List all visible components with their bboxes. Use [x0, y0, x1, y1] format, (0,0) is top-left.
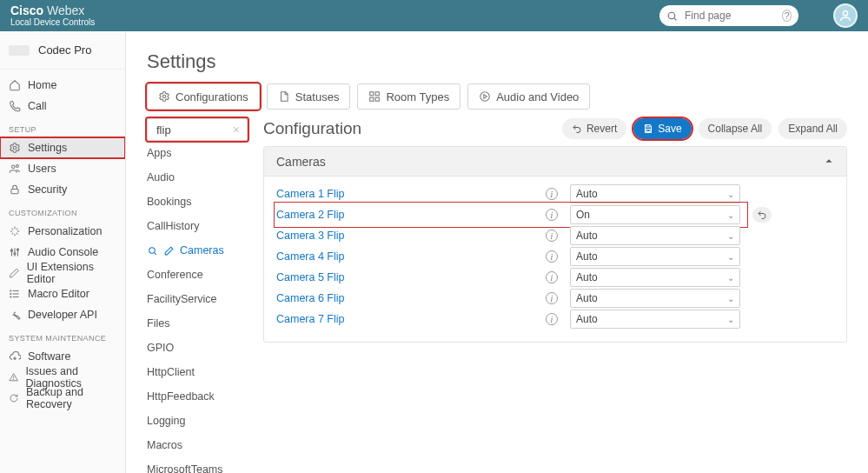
- grid-icon: [368, 90, 381, 103]
- pencil-icon: [9, 267, 20, 279]
- save-button[interactable]: Save: [633, 118, 691, 139]
- chevron-up-icon: [824, 155, 834, 169]
- svg-point-26: [480, 92, 490, 102]
- nav-users[interactable]: Users: [0, 158, 125, 179]
- facet-logging[interactable]: Logging: [147, 409, 248, 433]
- tab-audio-video[interactable]: Audio and Video: [467, 83, 590, 110]
- collapse-all-button[interactable]: Collapse All: [699, 118, 772, 139]
- svg-point-4: [12, 165, 16, 169]
- facet-facilityservice[interactable]: FacilityService: [147, 287, 248, 311]
- filter-search[interactable]: [147, 118, 248, 141]
- tab-configurations[interactable]: Configurations: [147, 83, 260, 110]
- info-icon[interactable]: i: [546, 188, 558, 200]
- top-bar: Cisco Webex Local Device Controls ?: [0, 0, 868, 31]
- config-select[interactable]: Auto⌄: [570, 289, 740, 308]
- config-select[interactable]: Auto⌄: [570, 247, 740, 266]
- config-link[interactable]: Camera 7 Flip: [276, 313, 537, 325]
- facet-bookings[interactable]: Bookings: [147, 190, 248, 214]
- svg-point-20: [13, 379, 14, 380]
- info-icon[interactable]: i: [546, 230, 558, 242]
- config-link[interactable]: Camera 5 Flip: [276, 271, 537, 283]
- config-link[interactable]: Camera 4 Flip: [276, 250, 537, 263]
- tab-room-types[interactable]: Room Types: [357, 83, 461, 110]
- sparkle-icon: [9, 225, 21, 237]
- facet-gpio[interactable]: GPIO: [147, 336, 248, 360]
- facet-callhistory[interactable]: CallHistory: [147, 214, 248, 238]
- facet-macros[interactable]: Macros: [147, 433, 248, 457]
- avatar[interactable]: [833, 3, 858, 28]
- facet-httpfeedback[interactable]: HttpFeedback: [147, 384, 248, 409]
- clear-icon[interactable]: [229, 123, 243, 137]
- global-search-input[interactable]: [683, 9, 779, 23]
- config-select[interactable]: Auto⌄: [570, 268, 740, 287]
- filter-input[interactable]: [155, 123, 228, 137]
- svg-point-2: [843, 11, 847, 16]
- global-search[interactable]: ?: [659, 5, 798, 26]
- content-title: Configuration: [263, 119, 361, 138]
- svg-line-1: [674, 17, 676, 19]
- config-select[interactable]: On⌄: [570, 205, 740, 224]
- facet-apps[interactable]: Apps: [147, 141, 248, 165]
- info-icon[interactable]: i: [546, 271, 558, 283]
- facet-list: AppsAudioBookingsCallHistoryCamerasConfe…: [147, 141, 248, 473]
- nav-call[interactable]: Call: [0, 96, 125, 117]
- device-swatch: [9, 45, 30, 56]
- undo-button[interactable]: [752, 207, 772, 223]
- config-select[interactable]: Auto⌄: [570, 226, 740, 245]
- undo-icon: [757, 210, 767, 220]
- panel-title: Cameras: [276, 155, 326, 169]
- svg-point-16: [10, 290, 11, 291]
- brand-webex: Webex: [47, 3, 84, 17]
- config-link[interactable]: Camera 6 Flip: [276, 292, 537, 304]
- refresh-icon: [9, 392, 19, 404]
- svg-rect-32: [646, 130, 650, 132]
- nav-personalization[interactable]: Personalization: [0, 221, 125, 242]
- info-icon[interactable]: i: [546, 313, 558, 325]
- facet-conference[interactable]: Conference: [147, 263, 248, 287]
- revert-button[interactable]: Revert: [562, 118, 626, 139]
- config-select[interactable]: Auto⌄: [570, 184, 740, 203]
- nav-settings[interactable]: Settings: [0, 137, 125, 158]
- panel-header[interactable]: Cameras: [264, 147, 846, 177]
- config-link[interactable]: Camera 3 Flip: [276, 230, 537, 242]
- expand-all-button[interactable]: Expand All: [779, 118, 847, 139]
- chevron-down-icon: ⌄: [727, 231, 734, 241]
- config-row: Camera 1 FlipiAuto⌄: [276, 183, 834, 204]
- nav-macro[interactable]: Macro Editor: [0, 283, 125, 304]
- nav-issues[interactable]: Issues and Diagnostics: [0, 367, 125, 388]
- facet-cameras[interactable]: Cameras: [147, 238, 248, 263]
- edit-icon: [163, 245, 175, 256]
- page-title: Settings: [147, 50, 847, 73]
- nav-api[interactable]: Developer API: [0, 304, 125, 325]
- help-icon[interactable]: ?: [782, 10, 792, 22]
- nav-group-setup: SETUP: [0, 117, 125, 137]
- content-column: Configuration Revert Save Collaps: [263, 118, 847, 473]
- nav-ui-ext[interactable]: UI Extensions Editor: [0, 263, 125, 283]
- nav-backup[interactable]: Backup and Recovery: [0, 388, 125, 409]
- info-icon[interactable]: i: [546, 209, 558, 221]
- info-icon[interactable]: i: [546, 250, 558, 263]
- config-select[interactable]: Auto⌄: [570, 310, 740, 329]
- tabs: Configurations Statuses Room Types Audio…: [147, 83, 847, 110]
- chevron-down-icon: ⌄: [727, 210, 734, 220]
- facet-httpclient[interactable]: HttpClient: [147, 360, 248, 384]
- tab-statuses[interactable]: Statuses: [267, 83, 351, 110]
- facet-microsoftteams[interactable]: MicrosoftTeams: [147, 457, 248, 473]
- nav-security[interactable]: Security: [0, 179, 125, 200]
- sidebar: Codec Pro Home Call SETUP Settings Users…: [0, 31, 126, 473]
- chevron-down-icon: ⌄: [727, 273, 734, 283]
- nav-home[interactable]: Home: [0, 75, 125, 96]
- facet-audio[interactable]: Audio: [147, 165, 248, 190]
- phone-icon: [9, 100, 21, 112]
- svg-point-3: [13, 146, 17, 150]
- info-icon[interactable]: i: [546, 292, 558, 304]
- nav-group-maintenance: SYSTEM MAINTENANCE: [0, 325, 125, 346]
- nav-software[interactable]: Software: [0, 346, 125, 367]
- config-link[interactable]: Camera 2 Flip: [276, 209, 537, 221]
- brand-cisco: Cisco: [10, 3, 43, 17]
- config-link[interactable]: Camera 1 Flip: [276, 188, 537, 200]
- chevron-down-icon: ⌄: [727, 294, 734, 303]
- device-info[interactable]: Codec Pro: [0, 38, 125, 70]
- nav-audio[interactable]: Audio Console: [0, 242, 125, 263]
- facet-files[interactable]: Files: [147, 311, 248, 336]
